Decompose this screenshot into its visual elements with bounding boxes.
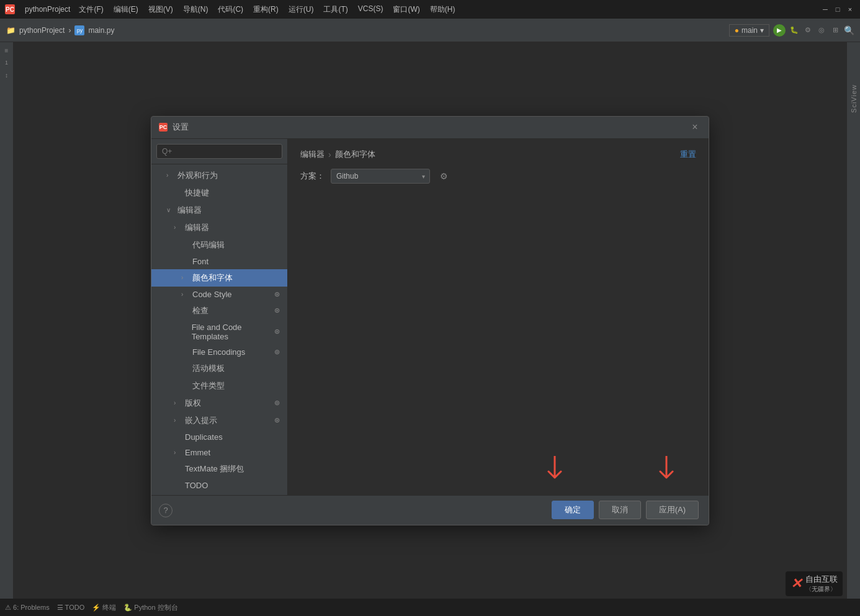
python-console-label: 🐍 Python 控制台	[123, 603, 177, 612]
right-panel: SciView	[846, 42, 860, 599]
statusbar-python-console[interactable]: 🐍 Python 控制台	[123, 603, 177, 612]
statusbar-todo[interactable]: ☰ TODO	[57, 604, 84, 612]
sidebar-label: 快捷键	[185, 187, 209, 199]
project-icon: 📁	[6, 26, 16, 35]
sidebar-label: Duplicates	[185, 432, 223, 442]
apply-button[interactable]: 应用(A)	[646, 501, 699, 519]
settings-main-panel: 编辑器 › 颜色和字体 重置 方案： Github Default Darcul…	[288, 139, 709, 495]
help-button[interactable]: ?	[159, 504, 172, 517]
sidebar-item-appearance[interactable]: › 外观和行为	[151, 167, 287, 184]
right-panel-sciview[interactable]: SciView	[850, 84, 858, 113]
sidebar-item-todo[interactable]: TODO	[151, 478, 287, 493]
watermark-text-block: 自由互联 〈无疆界〉	[805, 574, 838, 594]
sidebar-item-textmate[interactable]: TextMate 捆绑包	[151, 460, 287, 478]
file-icon: py	[74, 25, 84, 35]
menu-navigate[interactable]: 导航(N)	[179, 3, 212, 16]
breadcrumb-part1[interactable]: 编辑器	[300, 149, 325, 160]
dialog-footer: 确定 取消 应用(A)	[151, 495, 709, 525]
sidebar-item-copyright[interactable]: › 版权 ⊛	[151, 395, 287, 412]
left-panel-icon-3[interactable]: ↕	[1, 69, 12, 81]
sidebar-label: 编辑器	[185, 222, 209, 233]
sidebar-item-shortcuts[interactable]: 快捷键	[151, 184, 287, 202]
dialog-title: 设置	[172, 122, 189, 133]
sidebar-item-live-templates[interactable]: 活动模板	[151, 360, 287, 377]
search-everywhere[interactable]: 🔍	[844, 25, 854, 35]
menu-window[interactable]: 窗口(W)	[389, 3, 423, 16]
breadcrumb-part2: 颜色和字体	[335, 149, 375, 160]
arrow-icon: ›	[174, 400, 181, 406]
coverage-button[interactable]: ◎	[817, 25, 826, 35]
scheme-select[interactable]: Github Default Darcula High Contrast Int…	[331, 169, 430, 184]
statusbar: ⚠ 6: Problems ☰ TODO ⚡ 终端 🐍 Python 控制台	[0, 599, 860, 616]
menu-tools[interactable]: 工具(T)	[320, 3, 351, 16]
sidebar-item-file-types[interactable]: 文件类型	[151, 377, 287, 395]
project-name-toolbar: pythonProject	[19, 26, 65, 35]
arrow-icon: ›	[181, 274, 189, 281]
todo-label: ☰ TODO	[57, 604, 84, 612]
debug-button[interactable]: 🐛	[789, 25, 799, 35]
breadcrumb: 编辑器 › 颜色和字体 重置	[300, 149, 696, 160]
window-controls: ─ □ ×	[820, 4, 855, 14]
run-button[interactable]: ▶	[773, 24, 786, 37]
badge-icon: ⊛	[274, 290, 280, 298]
dialog-app-icon: PC	[159, 123, 168, 132]
scheme-label: 方案：	[300, 171, 325, 182]
sidebar-label: Font	[192, 257, 208, 266]
menu-run[interactable]: 运行(U)	[285, 3, 318, 16]
menu-bar: 文件(F) 编辑(E) 视图(V) 导航(N) 代码(C) 重构(R) 运行(U…	[75, 3, 459, 16]
menu-view[interactable]: 视图(V)	[145, 3, 177, 16]
sidebar-item-editor[interactable]: › 编辑器	[151, 219, 287, 236]
arrow-icon: ∨	[166, 207, 174, 213]
menu-edit[interactable]: 编辑(E)	[110, 3, 142, 16]
left-panel: ≡ 1 ↕	[0, 42, 14, 599]
sidebar-item-editor-section[interactable]: ∨ 编辑器	[151, 202, 287, 219]
sidebar-item-emmet[interactable]: › Emmet	[151, 445, 287, 460]
menu-code[interactable]: 代码(C)	[214, 3, 247, 16]
scheme-settings-gear-icon[interactable]: ⚙	[436, 169, 451, 184]
sidebar-item-code-editing[interactable]: 代码编辑	[151, 236, 287, 254]
statusbar-problems[interactable]: ⚠ 6: Problems	[5, 604, 50, 612]
left-panel-icon-1[interactable]: ≡	[1, 45, 12, 56]
menu-refactor[interactable]: 重构(R)	[249, 3, 282, 16]
menu-vcs[interactable]: VCS(S)	[354, 3, 387, 16]
build-button[interactable]: ⚙	[803, 25, 813, 35]
sidebar-item-inspections[interactable]: 检查 ⊛	[151, 302, 287, 319]
sidebar-label: TextMate 捆绑包	[185, 463, 244, 475]
run-controls: ● main ▾ ▶ 🐛 ⚙ ◎ ⊞ 🔍	[729, 24, 854, 37]
reset-link[interactable]: 重置	[680, 149, 696, 160]
settings-search-input[interactable]	[156, 144, 282, 159]
arrow-icon: ›	[174, 417, 181, 424]
sidebar-label: 颜色和字体	[192, 272, 233, 283]
badge-icon: ⊛	[274, 306, 280, 315]
search-box	[151, 139, 287, 164]
dialog-close-button[interactable]: ×	[689, 121, 701, 133]
sidebar-item-code-style[interactable]: › Code Style ⊛	[151, 287, 287, 302]
toolbar: 📁 pythonProject › py main.py ● main ▾ ▶ …	[0, 19, 860, 42]
sidebar-item-duplicates[interactable]: Duplicates	[151, 429, 287, 445]
run-config-dropdown[interactable]: ● main ▾	[729, 24, 769, 37]
sidebar-item-file-templates[interactable]: File and Code Templates ⊛	[151, 319, 287, 344]
arrow-icon: ›	[174, 449, 181, 456]
left-panel-icon-2[interactable]: 1	[1, 57, 12, 68]
settings-dialog: PC 设置 × › 外观和行为	[151, 116, 709, 525]
sidebar-item-inlay-hints[interactable]: › 嵌入提示 ⊛	[151, 412, 287, 429]
statusbar-terminal[interactable]: ⚡ 终端	[92, 603, 116, 612]
profile-button[interactable]: ⊞	[830, 25, 840, 35]
minimize-button[interactable]: ─	[820, 4, 830, 14]
sidebar-label: 编辑器	[177, 205, 202, 216]
watermark-sub: 〈无疆界〉	[805, 585, 838, 594]
ok-button[interactable]: 确定	[552, 501, 594, 519]
dialog-body: › 外观和行为 快捷键 ∨ 编辑器 ›	[151, 139, 709, 495]
settings-content-area	[300, 191, 696, 485]
sidebar-item-font[interactable]: Font	[151, 254, 287, 269]
maximize-button[interactable]: □	[833, 4, 843, 14]
sidebar-label: 检查	[192, 305, 208, 316]
cancel-button[interactable]: 取消	[599, 501, 641, 519]
sidebar-item-colors-fonts[interactable]: › 颜色和字体	[151, 269, 287, 287]
menu-file[interactable]: 文件(F)	[75, 3, 107, 16]
close-window-button[interactable]: ×	[845, 4, 855, 14]
sidebar-item-file-encodings[interactable]: File Encodings ⊛	[151, 344, 287, 360]
menu-help[interactable]: 帮助(H)	[426, 3, 459, 16]
sidebar-label: Code Style	[192, 290, 232, 299]
badge-icon: ⊛	[274, 416, 280, 424]
